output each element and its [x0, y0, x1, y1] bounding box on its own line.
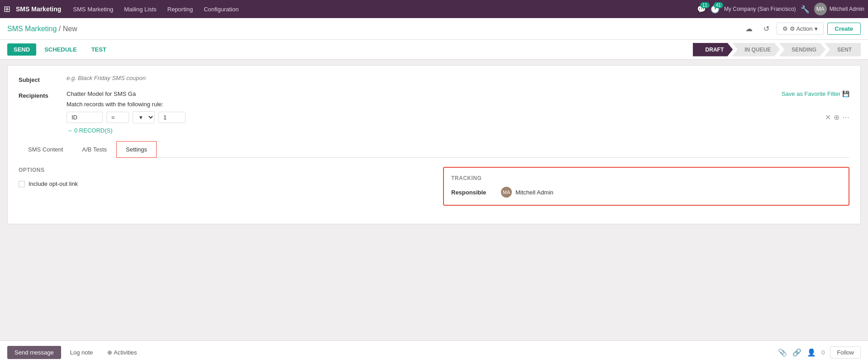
action-button[interactable]: ⚙ ⚙ Action ▾ [777, 23, 824, 35]
status-pipeline: DRAFT IN QUEUE SENDING SENT [693, 43, 861, 57]
nav-reporting[interactable]: Reporting [163, 4, 197, 14]
records-count: 0 RECORD(S) [74, 127, 113, 134]
opt-out-label: Include opt-out link [29, 180, 78, 187]
follow-button[interactable]: Follow [830, 346, 861, 359]
pipeline-sent[interactable]: SENT [825, 43, 861, 57]
pipeline-sending[interactable]: SENDING [779, 43, 825, 57]
tab-settings[interactable]: Settings [116, 141, 157, 158]
secondary-header: SMS Marketing / New ☁ ↺ ⚙ ⚙ Action ▾ Cre… [0, 18, 868, 40]
options-header: OPTIONS [19, 167, 425, 173]
link-icon[interactable]: 🔗 [792, 348, 801, 357]
schedule-button[interactable]: SCHEDULE [38, 43, 83, 56]
support-icon[interactable]: 💬 11 [697, 5, 706, 14]
subject-row: Subject [19, 75, 849, 83]
company-name[interactable]: My Company (San Francisco) [724, 6, 796, 12]
main-content: Subject Recipients Chatter Model for SMS… [0, 60, 868, 340]
user-name: Mitchell Admin [830, 6, 864, 12]
opt-out-row: Include opt-out link [19, 180, 425, 187]
topbar: ⊞ SMS Marketing SMS Marketing Mailing Li… [0, 0, 868, 18]
apps-icon[interactable]: ⊞ [4, 4, 10, 14]
responsible-user: Mitchell Admin [515, 189, 553, 196]
settings-icon[interactable]: 🔧 [801, 5, 810, 14]
activity-badge: 41 [714, 2, 723, 8]
avatar: MA [814, 3, 827, 15]
gear-icon: ⚙ [782, 25, 788, 32]
options-section: OPTIONS Include opt-out link [19, 167, 425, 206]
follower-icon: 👤 [807, 348, 816, 357]
pipeline-in-queue[interactable]: IN QUEUE [732, 43, 780, 57]
clock-icon: ⊕ [107, 349, 112, 356]
breadcrumb-current: New [63, 25, 77, 33]
recipients-row: Recipients Chatter Model for SMS Ga Save… [19, 90, 849, 134]
save-filter-label: Save as Favorite Filter [782, 90, 840, 97]
attach-icon[interactable]: 📎 [778, 348, 787, 357]
action-label: ⚙ Action [790, 25, 813, 32]
recipients-model[interactable]: Chatter Model for SMS Ga [67, 90, 774, 97]
tracking-box: TRACKING Responsible MA Mitchell Admin [443, 167, 849, 206]
tracking-user[interactable]: MA Mitchell Admin [501, 187, 553, 198]
chevron-down-icon: ▾ [815, 25, 818, 32]
log-note-button[interactable]: Log note [65, 346, 99, 359]
nav-mailing-lists[interactable]: Mailing Lists [119, 4, 161, 14]
tracking-row: Responsible MA Mitchell Admin [451, 187, 841, 198]
user-menu[interactable]: MA Mitchell Admin [814, 3, 864, 15]
filter-field-display[interactable]: ID [67, 112, 103, 123]
nav-configuration[interactable]: Configuration [199, 4, 243, 14]
filter-value-select[interactable]: ▾ [133, 111, 155, 123]
filter-actions: ✕ ⊕ ⋯ [825, 113, 849, 122]
upload-icon-btn[interactable]: ☁ [742, 23, 756, 35]
filter-rule-row: ID = ▾ ✕ ⊕ ⋯ [67, 111, 849, 123]
save-filter-button[interactable]: Save as Favorite Filter 💾 [782, 90, 849, 97]
refresh-icon-btn[interactable]: ↺ [760, 23, 773, 35]
bottom-bar: Send message Log note ⊕ Activities 📎 🔗 👤… [0, 340, 868, 364]
tracking-section: TRACKING Responsible MA Mitchell Admin [443, 167, 849, 206]
activities-button[interactable]: ⊕ Activities [102, 346, 142, 359]
activities-label: Activities [114, 349, 137, 356]
header-actions: ☁ ↺ ⚙ ⚙ Action ▾ Create [742, 23, 861, 35]
filter-delete-btn[interactable]: ✕ [825, 113, 831, 122]
create-button[interactable]: Create [827, 23, 861, 35]
tab-ab-tests[interactable]: A/B Tests [72, 141, 116, 158]
filter-operator-display[interactable]: = [106, 112, 129, 123]
chat-badge: 11 [700, 2, 710, 8]
subject-input[interactable] [67, 75, 849, 81]
send-message-button[interactable]: Send message [7, 346, 61, 359]
responsible-label: Responsible [451, 189, 496, 196]
recipients-label: Recipients [19, 90, 59, 99]
filter-add-btn[interactable]: ⊕ [834, 113, 839, 122]
opt-out-checkbox[interactable] [19, 181, 25, 187]
subject-label: Subject [19, 75, 59, 83]
tabs: SMS Content A/B Tests Settings [19, 141, 849, 158]
toolbar: SEND SCHEDULE TEST DRAFT IN QUEUE SENDIN… [0, 40, 868, 60]
filter-value-input[interactable] [158, 112, 186, 123]
breadcrumb: SMS Marketing / New [7, 25, 736, 33]
match-rule-text: Match records with the following rule: [67, 101, 849, 108]
records-link[interactable]: → 0 RECORD(S) [67, 127, 849, 134]
send-button[interactable]: SEND [7, 43, 36, 56]
settings-columns: OPTIONS Include opt-out link TRACKING Re… [19, 167, 849, 206]
recipients-section: Chatter Model for SMS Ga Save as Favorit… [67, 90, 849, 134]
follower-count: 0 [821, 349, 825, 356]
filter-more-btn[interactable]: ⋯ [842, 113, 849, 122]
pipeline-draft[interactable]: DRAFT [693, 43, 733, 57]
breadcrumb-parent[interactable]: SMS Marketing [7, 25, 57, 33]
topbar-right: 💬 11 🕐 41 My Company (San Francisco) 🔧 M… [697, 3, 864, 15]
arrow-right-icon: → [67, 127, 72, 134]
tracking-title: TRACKING [451, 175, 841, 181]
save-icon: 💾 [842, 90, 849, 97]
test-button[interactable]: TEST [85, 43, 113, 56]
nav-sms-marketing[interactable]: SMS Marketing [68, 4, 118, 14]
activity-icon[interactable]: 🕐 41 [711, 5, 720, 14]
app-name[interactable]: SMS Marketing [16, 5, 61, 13]
bottom-right: 📎 🔗 👤 0 Follow [778, 346, 861, 359]
responsible-avatar: MA [501, 187, 512, 198]
tab-sms-content[interactable]: SMS Content [19, 141, 72, 158]
form-card: Subject Recipients Chatter Model for SMS… [7, 65, 861, 224]
breadcrumb-separator: / [59, 25, 63, 33]
tab-content-settings: OPTIONS Include opt-out link TRACKING Re… [19, 158, 849, 215]
recipients-top: Chatter Model for SMS Ga Save as Favorit… [67, 90, 849, 97]
